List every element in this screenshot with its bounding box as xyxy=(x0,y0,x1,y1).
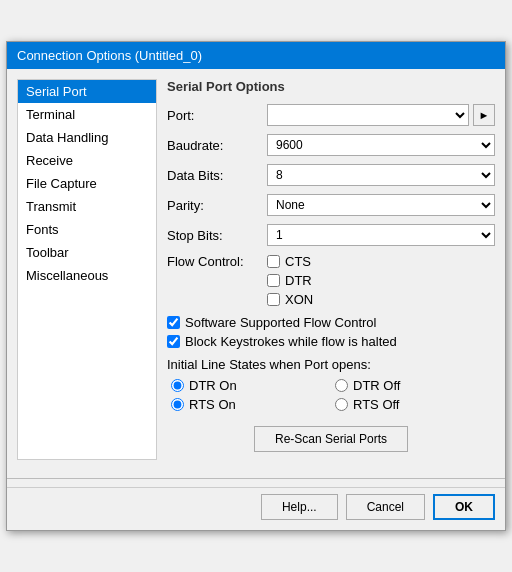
baudrate-row: Baudrate: 9600 1200 2400 4800 19200 3840… xyxy=(167,134,495,156)
cts-checkbox[interactable] xyxy=(267,255,280,268)
title-bar: Connection Options (Untitled_0) xyxy=(7,42,505,69)
port-row: Port: ► xyxy=(167,104,495,126)
flow-checkboxes: CTS DTR XON xyxy=(267,254,313,311)
sidebar-item-receive[interactable]: Receive xyxy=(18,149,156,172)
rts-on-row: RTS On xyxy=(171,397,331,412)
rts-on-label: RTS On xyxy=(189,397,236,412)
cts-label: CTS xyxy=(285,254,311,269)
flowcontrol-label: Flow Control: xyxy=(167,254,267,269)
sidebar-item-terminal[interactable]: Terminal xyxy=(18,103,156,126)
flow-control-row: Flow Control: CTS DTR XON xyxy=(167,254,495,311)
port-browse-button[interactable]: ► xyxy=(473,104,495,126)
dtr-off-row: DTR Off xyxy=(335,378,495,393)
rts-off-radio[interactable] xyxy=(335,398,348,411)
dialog-body: Serial Port Terminal Data Handling Recei… xyxy=(7,69,505,470)
help-button[interactable]: Help... xyxy=(261,494,338,520)
window-title: Connection Options (Untitled_0) xyxy=(17,48,202,63)
initial-states-section: Initial Line States when Port opens: DTR… xyxy=(167,357,495,412)
content-area: Serial Port Options Port: ► Baudrate: 96… xyxy=(167,79,495,460)
dtr-checkbox[interactable] xyxy=(267,274,280,287)
dtr-off-radio[interactable] xyxy=(335,379,348,392)
rts-on-radio[interactable] xyxy=(171,398,184,411)
stopbits-control: 1 1.5 2 xyxy=(267,224,495,246)
rts-off-row: RTS Off xyxy=(335,397,495,412)
baudrate-select[interactable]: 9600 1200 2400 4800 19200 38400 57600 11… xyxy=(267,134,495,156)
databits-control: 8 7 6 5 xyxy=(267,164,495,186)
cancel-button[interactable]: Cancel xyxy=(346,494,425,520)
sidebar-item-transmit[interactable]: Transmit xyxy=(18,195,156,218)
block-keystrokes-checkbox[interactable] xyxy=(167,335,180,348)
block-keystrokes-label: Block Keystrokes while flow is halted xyxy=(185,334,397,349)
radio-grid: DTR On DTR Off RTS On RTS Off xyxy=(171,378,495,412)
sidebar-item-toolbar[interactable]: Toolbar xyxy=(18,241,156,264)
dtr-fc-label: DTR xyxy=(285,273,312,288)
sidebar: Serial Port Terminal Data Handling Recei… xyxy=(17,79,157,460)
parity-row: Parity: None Odd Even Mark Space xyxy=(167,194,495,216)
parity-label: Parity: xyxy=(167,198,267,213)
port-control: ► xyxy=(267,104,495,126)
dtr-off-label: DTR Off xyxy=(353,378,400,393)
sidebar-item-file-capture[interactable]: File Capture xyxy=(18,172,156,195)
xon-row: XON xyxy=(267,292,313,307)
baudrate-label: Baudrate: xyxy=(167,138,267,153)
databits-row: Data Bits: 8 7 6 5 xyxy=(167,164,495,186)
port-select[interactable] xyxy=(267,104,469,126)
databits-select[interactable]: 8 7 6 5 xyxy=(267,164,495,186)
section-title: Serial Port Options xyxy=(167,79,495,94)
port-label: Port: xyxy=(167,108,267,123)
software-checks: Software Supported Flow Control Block Ke… xyxy=(167,315,495,349)
dtr-row: DTR xyxy=(267,273,313,288)
rescan-button[interactable]: Re-Scan Serial Ports xyxy=(254,426,408,452)
baudrate-control: 9600 1200 2400 4800 19200 38400 57600 11… xyxy=(267,134,495,156)
software-flow-label: Software Supported Flow Control xyxy=(185,315,376,330)
cts-row: CTS xyxy=(267,254,313,269)
stopbits-label: Stop Bits: xyxy=(167,228,267,243)
initial-states-title: Initial Line States when Port opens: xyxy=(167,357,495,372)
sidebar-item-serial-port[interactable]: Serial Port xyxy=(18,80,156,103)
dialog-window: Connection Options (Untitled_0) Serial P… xyxy=(6,41,506,531)
stopbits-select[interactable]: 1 1.5 2 xyxy=(267,224,495,246)
dtr-on-label: DTR On xyxy=(189,378,237,393)
sidebar-item-miscellaneous[interactable]: Miscellaneous xyxy=(18,264,156,287)
parity-select[interactable]: None Odd Even Mark Space xyxy=(267,194,495,216)
rts-off-label: RTS Off xyxy=(353,397,399,412)
sidebar-item-fonts[interactable]: Fonts xyxy=(18,218,156,241)
dtr-on-radio[interactable] xyxy=(171,379,184,392)
parity-control: None Odd Even Mark Space xyxy=(267,194,495,216)
software-flow-checkbox[interactable] xyxy=(167,316,180,329)
block-keystrokes-row: Block Keystrokes while flow is halted xyxy=(167,334,495,349)
xon-label: XON xyxy=(285,292,313,307)
dtr-on-row: DTR On xyxy=(171,378,331,393)
dialog-footer: Help... Cancel OK xyxy=(7,487,505,530)
sidebar-item-data-handling[interactable]: Data Handling xyxy=(18,126,156,149)
software-flow-row: Software Supported Flow Control xyxy=(167,315,495,330)
xon-checkbox[interactable] xyxy=(267,293,280,306)
ok-button[interactable]: OK xyxy=(433,494,495,520)
databits-label: Data Bits: xyxy=(167,168,267,183)
stopbits-row: Stop Bits: 1 1.5 2 xyxy=(167,224,495,246)
